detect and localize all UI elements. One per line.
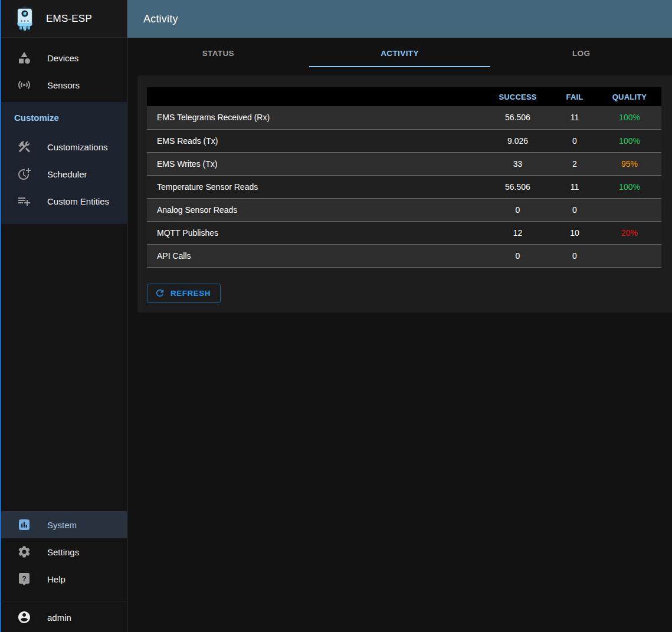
svg-text:?: ? [22, 575, 26, 583]
sidebar-item-custom-entities[interactable]: Custom Entities [1, 187, 127, 215]
success-cell: 9.026 [484, 129, 552, 152]
metric-name-cell: Analog Sensor Reads [147, 198, 484, 221]
tab-status[interactable]: STATUS [127, 38, 309, 69]
sidebar-item-label: Help [47, 574, 65, 584]
table-header-row: SUCCESSFAILQUALITY [147, 87, 661, 106]
sidebar-main-menu: DevicesSensors [1, 38, 127, 98]
app-logo-bar: EMS-ESP [1, 0, 127, 38]
metric-name-cell: EMS Writes (Tx) [147, 152, 484, 175]
sidebar-item-label: Sensors [47, 80, 80, 90]
activity-table: SUCCESSFAILQUALITY EMS Telegrams Receive… [147, 87, 661, 268]
quality-cell: 20% [598, 221, 661, 244]
quality-cell: 100% [598, 175, 661, 198]
sidebar-item-devices[interactable]: Devices [1, 44, 127, 71]
fail-cell: 10 [552, 221, 598, 244]
refresh-button-label: REFRESH [171, 289, 211, 298]
metric-name-cell: EMS Telegrams Received (Rx) [147, 106, 484, 129]
sidebar-item-admin[interactable]: admin [1, 604, 127, 631]
fail-cell: 11 [552, 175, 598, 198]
sidebar-customize-menu: CustomizationsSchedulerCustom Entities [1, 133, 127, 215]
sidebar-item-scheduler[interactable]: Scheduler [1, 160, 127, 187]
sidebar-item-label: admin [47, 613, 71, 623]
success-cell: 56.506 [484, 106, 552, 129]
page-title: Activity [143, 13, 178, 25]
table-row-mqtt-publishes: MQTT Publishes121020% [147, 221, 661, 244]
metric-name-cell: API Calls [147, 244, 484, 267]
more-time-icon [17, 167, 31, 181]
sidebar-item-sensors[interactable]: Sensors [1, 71, 127, 98]
fail-cell: 0 [552, 244, 598, 267]
sensors-icon [17, 78, 31, 92]
analytics-icon [17, 518, 31, 532]
column-header-metric [147, 87, 484, 106]
account-circle-icon [17, 610, 31, 624]
fail-cell: 0 [552, 129, 598, 152]
column-header-fail: FAIL [552, 87, 598, 106]
fail-cell: 2 [552, 152, 598, 175]
sidebar-item-help[interactable]: ?Help [1, 565, 127, 592]
table-row-ems-telegrams-received-rx: EMS Telegrams Received (Rx)56.50611100% [147, 106, 661, 129]
table-row-api-calls: API Calls00 [147, 244, 661, 267]
activity-card: SUCCESSFAILQUALITY EMS Telegrams Receive… [137, 75, 672, 312]
metric-name-cell: Temperature Sensor Reads [147, 175, 484, 198]
sidebar-item-settings[interactable]: Settings [1, 538, 127, 565]
quality-cell: 95% [598, 152, 661, 175]
table-row-ems-reads-tx: EMS Reads (Tx)9.0260100% [147, 129, 661, 152]
sidebar-item-label: Scheduler [47, 169, 87, 179]
gear-icon [17, 545, 31, 559]
sidebar-divider [1, 601, 127, 601]
tab-activity[interactable]: ACTIVITY [309, 38, 491, 69]
sidebar-item-system[interactable]: System [1, 511, 127, 538]
sidebar-customize-section: Customize CustomizationsSchedulerCustom … [1, 102, 127, 224]
app-root: EMS-ESP DevicesSensors Customize Customi… [0, 0, 672, 632]
app-title: EMS-ESP [46, 13, 92, 25]
column-header-success: SUCCESS [484, 87, 552, 106]
sidebar-item-label: Custom Entities [47, 196, 109, 206]
table-row-temperature-sensor-reads: Temperature Sensor Reads56.50611100% [147, 175, 661, 198]
sidebar-item-label: Customizations [47, 142, 108, 152]
sidebar: EMS-ESP DevicesSensors Customize Customi… [1, 0, 127, 632]
category-icon [17, 51, 31, 65]
playlist-add-icon [17, 194, 31, 208]
success-cell: 33 [484, 152, 552, 175]
column-header-quality: QUALITY [598, 87, 661, 106]
quality-cell: 100% [598, 106, 661, 129]
help-bubble-icon: ? [17, 572, 31, 586]
sidebar-item-label: Devices [47, 53, 78, 63]
refresh-button[interactable]: REFRESH [147, 284, 221, 303]
success-cell: 0 [484, 244, 552, 267]
metric-name-cell: EMS Reads (Tx) [147, 129, 484, 152]
table-row-analog-sensor-reads: Analog Sensor Reads00 [147, 198, 661, 221]
fail-cell: 0 [552, 198, 598, 221]
success-cell: 12 [484, 221, 552, 244]
success-cell: 56.506 [484, 175, 552, 198]
boiler-logo-icon [14, 6, 35, 31]
quality-cell [598, 244, 661, 267]
main-content: Activity STATUSACTIVITYLOG SUCCESSFAILQU… [127, 0, 672, 632]
construction-icon [17, 140, 31, 154]
quality-cell [598, 198, 661, 221]
refresh-icon [155, 288, 165, 298]
success-cell: 0 [484, 198, 552, 221]
app-header-bar: Activity [127, 0, 672, 38]
sidebar-user-menu: admin [1, 604, 127, 632]
customize-section-header: Customize [1, 108, 127, 133]
tab-log[interactable]: LOG [490, 38, 672, 69]
sidebar-bottom-menu: SystemSettings?Help [1, 511, 127, 592]
sidebar-spacer [1, 224, 127, 511]
sidebar-item-customizations[interactable]: Customizations [1, 133, 127, 160]
tab-bar: STATUSACTIVITYLOG [127, 38, 672, 69]
fail-cell: 11 [552, 106, 598, 129]
metric-name-cell: MQTT Publishes [147, 221, 484, 244]
sidebar-item-label: System [47, 520, 77, 530]
sidebar-item-label: Settings [47, 547, 79, 557]
quality-cell: 100% [598, 129, 661, 152]
table-row-ems-writes-tx: EMS Writes (Tx)33295% [147, 152, 661, 175]
